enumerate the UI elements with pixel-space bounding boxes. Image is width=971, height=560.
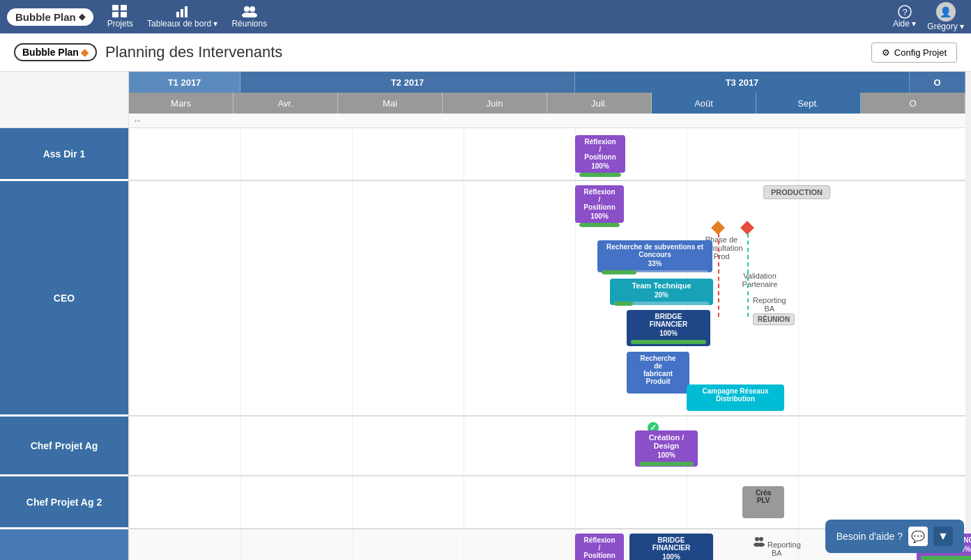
nav-projets[interactable]: Projets bbox=[107, 5, 133, 29]
grid-line bbox=[575, 476, 576, 528]
grid-assdir1 bbox=[129, 128, 965, 180]
gantt-row-chefprojet1: ✓ Création /Design 100% bbox=[129, 417, 965, 476]
gantt-row-ceo: Réflexion/Positionn 100% Phase deConsult… bbox=[129, 181, 965, 417]
bubble-progress bbox=[631, 340, 706, 344]
grid-line bbox=[575, 417, 576, 475]
grid-line bbox=[464, 476, 464, 528]
svg-point-14 bbox=[759, 537, 763, 541]
bubble-ceo-campagne[interactable]: Campagne RéseauxDistribution bbox=[687, 384, 784, 411]
grid-line bbox=[798, 417, 799, 475]
bubble-label: Réflexion/Positionn bbox=[579, 138, 621, 161]
bubble-progress bbox=[602, 270, 708, 274]
config-btn-label: Config Projet bbox=[894, 47, 947, 58]
row-label-chefprojet2: Chef Projet Ag 2 bbox=[0, 476, 128, 529]
nav-reunions[interactable]: Réunions bbox=[231, 5, 267, 29]
reunion-badge-ceo: RÉUNION bbox=[753, 313, 795, 325]
bubble-pct: 20% bbox=[614, 291, 709, 299]
gantt-content[interactable]: T1 2017 T2 2017 T3 2017 O Mars Avr. Mai … bbox=[129, 72, 971, 560]
milestone-validation-red[interactable] bbox=[740, 221, 754, 235]
quarter-t2: T2 2017 bbox=[240, 72, 575, 93]
page-logo: Bubble Plan ◆ bbox=[14, 43, 97, 61]
help-expand-button[interactable]: ▼ bbox=[933, 527, 953, 546]
nav-projets-label: Projets bbox=[107, 19, 133, 29]
help-chat-button[interactable]: 💬 bbox=[908, 527, 928, 546]
quarter-t2-label: T2 2017 bbox=[391, 77, 425, 88]
svg-point-7 bbox=[244, 6, 250, 12]
bubble-ceo-fabricant[interactable]: RecherchedefabricantProduit bbox=[627, 352, 689, 394]
grid-line bbox=[352, 529, 353, 560]
nav-aide[interactable]: ? Aide ▾ bbox=[893, 5, 916, 29]
milestone-consultation-orange[interactable] bbox=[711, 221, 725, 235]
grid-chefprojet1 bbox=[129, 417, 965, 475]
bubble-progress bbox=[639, 462, 694, 466]
row-label-ceo-text: CEO bbox=[54, 293, 75, 304]
grid-line bbox=[798, 476, 799, 528]
grid-line bbox=[352, 476, 353, 528]
quarter-t1-label: T1 2017 bbox=[168, 77, 201, 88]
row-label-ceo: CEO bbox=[0, 181, 128, 417]
svg-point-8 bbox=[250, 6, 255, 12]
grid-line bbox=[464, 529, 464, 560]
brand-logo[interactable]: Bubble Plan ◆ bbox=[7, 8, 93, 26]
month-sept: Sept. bbox=[756, 93, 861, 114]
grid-line bbox=[798, 181, 799, 415]
bubble-pct: 100% bbox=[579, 212, 620, 220]
timeline-wrapper: Ass Dir 1 CEO Chef Projet Ag Chef Projet… bbox=[0, 72, 971, 560]
nav-right: ? Aide ▾ 👤 Grégory ▾ bbox=[893, 2, 964, 31]
resize-arrow[interactable]: ↔ bbox=[132, 115, 142, 126]
row-label-chefprojet1-text: Chef Projet Ag bbox=[31, 440, 98, 451]
bubble-progress bbox=[579, 173, 621, 177]
bubble-pct: 100% bbox=[639, 451, 694, 459]
bubble-chefprojet2-creaplv[interactable]: CréaPLV bbox=[742, 486, 784, 518]
milestone-reporting-text: ReportingBA bbox=[753, 296, 786, 313]
page-logo-diamond: ◆ bbox=[81, 47, 89, 58]
gear-icon: ⚙ bbox=[882, 47, 890, 58]
bubble-pct: 33% bbox=[602, 260, 708, 267]
config-project-button[interactable]: ⚙ Config Projet bbox=[871, 42, 957, 63]
prod-label: PRODUCTION bbox=[763, 185, 830, 199]
svg-point-13 bbox=[755, 537, 759, 541]
bubble-ceo-reflexion[interactable]: Réflexion/Positionn 100% bbox=[575, 185, 624, 223]
bubble-assdir1-reflexion[interactable]: Réflexion/Positionn 100% bbox=[575, 135, 625, 173]
bubble-progress bbox=[921, 556, 971, 560]
month-juin: Juin bbox=[443, 93, 547, 114]
bubble-label: Création /Design bbox=[639, 433, 694, 450]
help-label: Besoin d'aide ? bbox=[836, 531, 903, 542]
group-icon-row5 bbox=[753, 535, 765, 547]
nav-user[interactable]: 👤 Grégory ▾ bbox=[927, 2, 964, 31]
gantt-inner: T1 2017 T2 2017 T3 2017 O Mars Avr. Mai … bbox=[129, 72, 965, 560]
bubble-ceo-team[interactable]: Team Technique 20% bbox=[610, 279, 713, 305]
nav-reunions-label: Réunions bbox=[231, 19, 267, 29]
page-logo-text: Bubble Plan bbox=[22, 47, 79, 58]
grid-line bbox=[352, 128, 353, 180]
nav-tableaux-label: Tableaux de bord ▾ bbox=[147, 19, 217, 29]
svg-rect-5 bbox=[181, 9, 183, 17]
quarter-t3: T3 2017 bbox=[575, 72, 910, 93]
grid-line bbox=[240, 476, 241, 528]
bubble-row5-reflexion[interactable]: Réflexion/Positionn 100% bbox=[575, 534, 624, 560]
row-label-assdir1: Ass Dir 1 bbox=[0, 128, 128, 181]
bubble-label: Recherche de subventions et Concours bbox=[602, 243, 708, 258]
svg-rect-2 bbox=[112, 12, 118, 17]
milestone-validation-text: ValidationPartenaire bbox=[728, 272, 791, 288]
help-icon: ? bbox=[898, 5, 912, 19]
bubble-row5-bridge[interactable]: BRIDGEFINANCIER 100% bbox=[629, 534, 713, 560]
bubble-label: Team Technique bbox=[614, 281, 709, 290]
svg-rect-0 bbox=[112, 5, 118, 10]
grid-line bbox=[464, 181, 464, 415]
month-o: O bbox=[861, 93, 965, 114]
nav-aide-label: Aide ▾ bbox=[893, 19, 916, 29]
help-bubble: Besoin d'aide ? 💬 ▼ bbox=[825, 520, 964, 553]
quarter-t4: O bbox=[910, 72, 965, 93]
month-mai: Mai bbox=[338, 93, 443, 114]
quarter-t3-label: T3 2017 bbox=[726, 77, 759, 88]
top-nav: Bubble Plan ◆ Projets Tableaux de bord ▾… bbox=[0, 0, 971, 33]
bubble-ceo-bridge[interactable]: BRIDGEFINANCIER 100% bbox=[627, 310, 710, 346]
bubble-ceo-recherche[interactable]: Recherche de subventions et Concours 33% bbox=[597, 240, 712, 272]
nav-tableaux[interactable]: Tableaux de bord ▾ bbox=[147, 5, 217, 29]
nav-user-label: Grégory ▾ bbox=[927, 22, 964, 31]
bubble-chefprojet1-creation[interactable]: Création /Design 100% bbox=[635, 430, 698, 467]
month-avr: Avr. bbox=[234, 93, 338, 114]
group-icon bbox=[241, 5, 258, 17]
row-label-chefprojet1: Chef Projet Ag bbox=[0, 417, 128, 476]
